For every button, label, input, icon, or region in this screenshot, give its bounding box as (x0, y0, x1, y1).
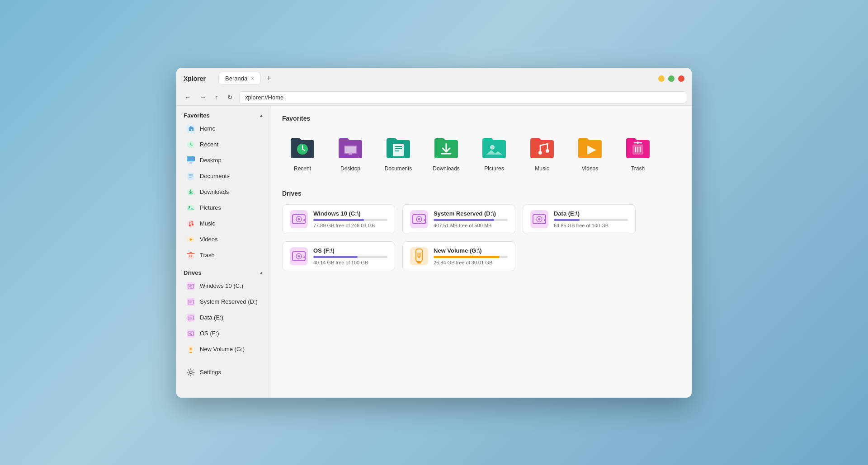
svg-point-34 (190, 333, 191, 334)
drive-c-card-icon (290, 210, 308, 228)
drive-g-info: New Volume (G:\) 26.84 GB free of 30.01 … (434, 247, 508, 265)
drive-d-info: System Reserved (D:\) 407.51 MB free of … (434, 210, 508, 228)
home-icon (186, 124, 195, 133)
folder-downloads[interactable]: Downloads (426, 129, 467, 175)
folder-videos-label: Videos (582, 165, 598, 172)
sidebar: Favorites ▲ Home (176, 106, 271, 398)
drives-collapse-icon[interactable]: ▲ (259, 270, 264, 275)
minimize-btn[interactable] (658, 75, 665, 82)
folder-videos-icon (576, 133, 604, 162)
folder-trash-icon (623, 133, 652, 162)
svg-point-50 (538, 151, 542, 155)
folder-downloads-label: Downloads (433, 165, 459, 172)
forward-btn[interactable]: → (197, 92, 209, 103)
svg-point-11 (187, 220, 194, 227)
back-btn[interactable]: ← (182, 92, 193, 103)
sidebar-item-recent-label: Recent (200, 141, 218, 148)
drive-d-name: System Reserved (D:\) (434, 210, 508, 217)
sidebar-item-d-label: System Reserved (D:) (200, 298, 258, 305)
svg-rect-16 (188, 254, 193, 258)
sidebar-item-videos[interactable]: Videos (179, 232, 268, 247)
drive-f-bar-fill (313, 256, 358, 258)
drive-card-f[interactable]: OS (F:\) 40.14 GB free of 100 GB (282, 241, 395, 271)
drive-card-g[interactable]: New Volume (G:\) 26.84 GB free of 30.01 … (402, 241, 515, 271)
settings-item[interactable]: Settings (179, 365, 268, 380)
svg-rect-42 (345, 146, 356, 153)
folder-videos[interactable]: Videos (570, 129, 610, 175)
sidebar-item-home[interactable]: Home (179, 121, 268, 136)
sidebar-item-f[interactable]: OS (F:) (179, 326, 268, 341)
svg-point-83 (418, 256, 420, 258)
tab-beranda[interactable]: Beranda × (218, 72, 261, 85)
close-btn[interactable] (678, 75, 684, 82)
drive-c-info: Windows 10 (C:\) 77.89 GB free of 246.03… (313, 210, 387, 228)
svg-point-67 (418, 218, 420, 220)
folder-desktop-icon (336, 133, 365, 162)
sidebar-item-music[interactable]: Music (179, 216, 268, 231)
favorites-collapse-icon[interactable]: ▲ (259, 113, 264, 118)
folder-music[interactable]: Music (522, 129, 562, 175)
sidebar-item-desktop[interactable]: Desktop (179, 153, 268, 168)
drive-f-icon (186, 329, 195, 338)
sidebar-item-recent[interactable]: Recent (179, 137, 268, 152)
sidebar-item-f-label: OS (F:) (200, 330, 219, 337)
sidebar-item-g-label: New Volume (G:) (200, 346, 245, 352)
drive-e-bar-fill (554, 219, 580, 221)
drive-d-bar-bg (434, 219, 508, 221)
downloads-icon (186, 188, 195, 197)
window-controls (658, 75, 684, 82)
svg-rect-81 (417, 262, 421, 263)
up-btn[interactable]: ↑ (212, 92, 221, 103)
drives-grid: Windows 10 (C:\) 77.89 GB free of 246.03… (282, 204, 681, 271)
sidebar-item-videos-label: Videos (200, 236, 218, 243)
sidebar-item-g[interactable]: New Volume (G:) (179, 342, 268, 357)
svg-point-10 (189, 206, 190, 208)
folder-music-label: Music (535, 165, 549, 172)
folder-recent[interactable]: Recent (282, 129, 323, 175)
sidebar-item-trash-label: Trash (200, 252, 215, 258)
svg-point-73 (544, 219, 546, 221)
sidebar-item-d[interactable]: System Reserved (D:) (179, 294, 268, 310)
svg-point-77 (298, 255, 300, 257)
svg-point-26 (190, 301, 191, 302)
sidebar-item-desktop-label: Desktop (200, 157, 222, 164)
drive-g-bar-fill (434, 256, 500, 258)
sidebar-item-home-label: Home (200, 125, 216, 132)
drive-c-free: 77.89 GB free of 246.03 GB (313, 223, 387, 228)
documents-icon (186, 172, 195, 181)
folder-desktop[interactable]: Desktop (330, 129, 371, 175)
sidebar-item-downloads[interactable]: Downloads (179, 184, 268, 200)
drive-c-bar-fill (313, 219, 364, 221)
maximize-btn[interactable] (668, 75, 675, 82)
folder-documents[interactable]: Documents (378, 129, 419, 175)
sidebar-item-e[interactable]: Data (E:) (179, 310, 268, 325)
folder-recent-icon (288, 133, 317, 162)
sidebar-item-pictures[interactable]: Pictures (179, 200, 268, 216)
folder-pictures[interactable]: Pictures (474, 129, 514, 175)
sidebar-item-c[interactable]: Windows 10 (C:) (179, 278, 268, 294)
favorites-grid: Recent Desktop (282, 129, 681, 175)
folder-recent-label: Recent (294, 165, 311, 172)
trash-icon (186, 251, 195, 260)
drive-d-free: 407.51 MB free of 500 MB (434, 223, 508, 228)
drive-card-e[interactable]: Data (E:\) 64.65 GB free of 100 GB (523, 204, 636, 234)
new-tab-btn[interactable]: + (263, 72, 275, 85)
sidebar-item-trash[interactable]: Trash (179, 248, 268, 263)
drive-c-bar-bg (313, 219, 387, 221)
drive-card-c[interactable]: Windows 10 (C:\) 77.89 GB free of 246.03… (282, 204, 395, 234)
sidebar-item-documents[interactable]: Documents (179, 169, 268, 184)
address-bar[interactable] (239, 91, 686, 103)
svg-rect-44 (393, 144, 404, 156)
drive-g-card-icon (410, 247, 428, 265)
svg-rect-36 (189, 352, 192, 353)
refresh-btn[interactable]: ↻ (225, 92, 236, 103)
tab-close-btn[interactable]: × (251, 75, 254, 82)
folder-downloads-icon (432, 133, 461, 162)
drive-e-bar-bg (554, 219, 628, 221)
drive-card-d[interactable]: System Reserved (D:\) 407.51 MB free of … (402, 204, 515, 234)
svg-point-22 (190, 286, 191, 287)
folder-trash[interactable]: Trash (618, 129, 658, 175)
drive-e-info: Data (E:\) 64.65 GB free of 100 GB (554, 210, 628, 228)
svg-point-39 (189, 371, 192, 374)
svg-point-63 (303, 219, 305, 221)
